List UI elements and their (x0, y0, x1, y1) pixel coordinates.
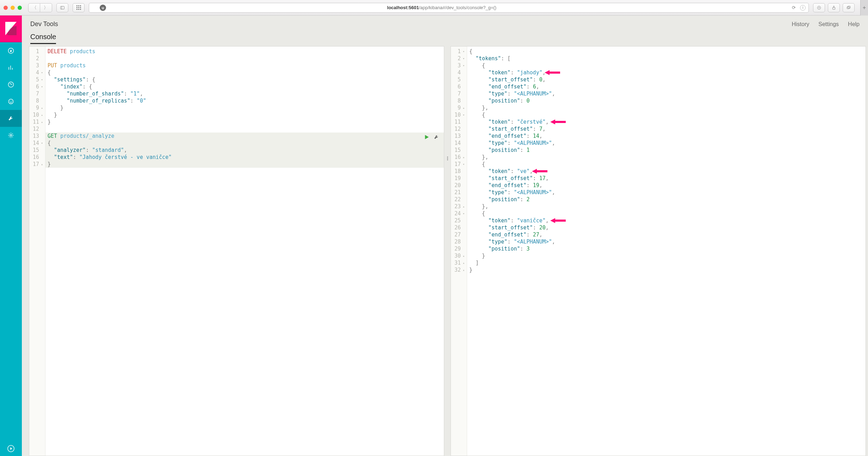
maximize-window-button[interactable] (18, 6, 22, 10)
tabs-button[interactable] (843, 3, 855, 12)
svg-rect-0 (61, 6, 64, 9)
console-panes: 1234▾5▾6▾789▴10▴11▴121314▾151617▴ DELETE… (22, 44, 868, 456)
main-content: Dev Tools History Settings Help Console … (22, 16, 868, 456)
sidebar-toggle-button[interactable] (56, 3, 68, 12)
reload-icon[interactable]: ⟳ (792, 5, 796, 10)
nav-visualize[interactable] (0, 59, 22, 76)
svg-point-7 (8, 82, 14, 87)
request-gutter: 1234▾5▾6▾789▴10▴11▴121314▾151617▴ (29, 47, 45, 456)
help-link[interactable]: Help (848, 21, 860, 27)
nav-collapse[interactable] (0, 445, 22, 452)
nav-buttons: 〈 〉 (28, 3, 52, 12)
close-window-button[interactable] (4, 6, 8, 10)
new-tab-button[interactable]: + (860, 0, 868, 16)
nav-discover[interactable] (0, 42, 22, 59)
site-identity-icon[interactable]: u (100, 5, 106, 11)
window-controls (4, 6, 22, 10)
response-viewer: 1▾2▾3▾456789▴10▾111213141516▴17▾18192021… (451, 46, 866, 456)
kibana-sidebar (0, 16, 22, 456)
annotation-arrow (550, 119, 566, 127)
svg-rect-5 (848, 6, 850, 8)
response-gutter: 1▾2▾3▾456789▴10▾111213141516▴17▾18192021… (451, 47, 467, 456)
response-code[interactable]: { "tokens": [ { "token": "jahody", "star… (467, 47, 866, 456)
back-button[interactable]: 〈 (28, 3, 40, 12)
nav-apm[interactable] (0, 93, 22, 110)
request-code[interactable]: DELETE products PUT products{ "settings"… (45, 47, 444, 456)
nav-dev-tools[interactable] (0, 110, 22, 127)
request-actions (423, 134, 440, 142)
request-options-button[interactable] (433, 134, 440, 142)
header-links: History Settings Help (792, 21, 860, 27)
run-request-button[interactable] (423, 134, 430, 142)
svg-rect-4 (847, 7, 849, 9)
browser-toolbar: 〈 〉 u localhost:5601/app/kibana#/dev_too… (0, 0, 868, 16)
page-info-icon[interactable]: i (800, 5, 806, 11)
annotation-arrow (544, 69, 561, 78)
share-button[interactable] (828, 3, 840, 12)
url-text: localhost:5601/app/kibana#/dev_tools/con… (387, 5, 496, 10)
svg-point-8 (8, 99, 13, 104)
tab-console[interactable]: Console (30, 33, 56, 44)
history-link[interactable]: History (792, 21, 810, 27)
nav-timelion[interactable] (0, 76, 22, 93)
tabs: Console (22, 28, 868, 44)
kibana-logo[interactable] (0, 16, 22, 42)
toolbar-right (813, 3, 855, 12)
minimize-window-button[interactable] (11, 6, 15, 10)
annotation-arrow (550, 217, 566, 226)
downloads-button[interactable] (813, 3, 825, 12)
page-title: Dev Tools (30, 20, 58, 28)
svg-point-11 (10, 135, 12, 136)
annotation-arrow (531, 168, 548, 176)
svg-point-9 (10, 101, 11, 101)
top-sites-button[interactable] (73, 3, 85, 12)
address-bar[interactable]: u localhost:5601/app/kibana#/dev_tools/c… (89, 3, 809, 13)
resize-handle[interactable] (447, 156, 448, 160)
page-header: Dev Tools History Settings Help (22, 16, 868, 28)
settings-link[interactable]: Settings (818, 21, 839, 27)
forward-button[interactable]: 〉 (40, 3, 52, 12)
kibana-app: Dev Tools History Settings Help Console … (0, 16, 868, 456)
request-editor[interactable]: 1234▾5▾6▾789▴10▴11▴121314▾151617▴ DELETE… (29, 46, 444, 456)
svg-point-10 (12, 101, 12, 101)
nav-management[interactable] (0, 127, 22, 144)
